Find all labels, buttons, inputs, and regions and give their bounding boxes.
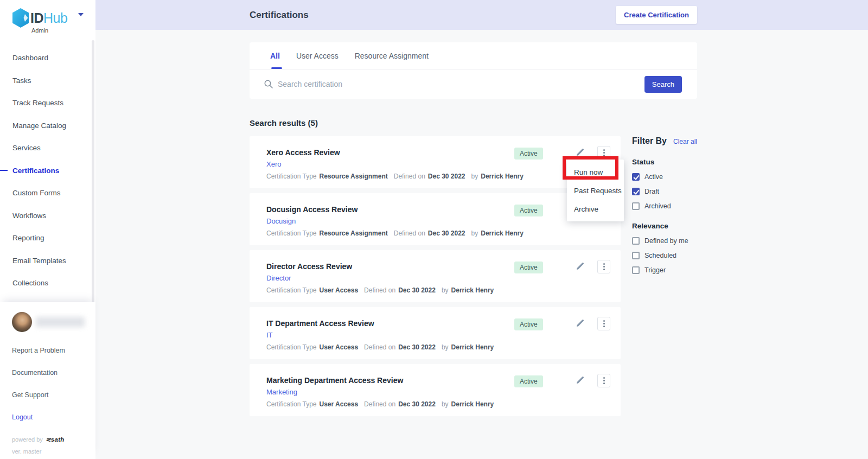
certification-card: Director Access Review Director Certific… — [250, 250, 621, 302]
sidebar-footer-link[interactable]: Get Support — [12, 391, 95, 399]
defined-label: Defined on — [364, 343, 395, 351]
status-badge: Active — [514, 148, 543, 160]
pencil-icon — [575, 375, 585, 385]
by-label: by — [442, 400, 449, 408]
sidebar-item[interactable]: Dashboard — [0, 47, 95, 69]
search-icon — [264, 79, 273, 89]
certification-title: Xero Access Review — [266, 148, 621, 157]
certification-target-link[interactable]: IT — [266, 331, 273, 339]
brand-text: IDHub — [30, 8, 67, 28]
edit-button[interactable] — [574, 375, 586, 387]
kebab-icon — [603, 149, 605, 151]
checkbox[interactable] — [632, 237, 640, 245]
workspace-caret-icon[interactable] — [78, 13, 84, 16]
filter-section-relevance: Relevance — [632, 222, 697, 230]
defined-label: Defined on — [394, 229, 425, 237]
defined-label: Defined on — [364, 400, 395, 408]
filter-option[interactable]: Active — [632, 173, 697, 181]
filter-option-label: Scheduled — [644, 252, 676, 259]
filter-option-label: Trigger — [644, 266, 666, 274]
app-logo: IDHub — [0, 0, 95, 28]
clear-all-link[interactable]: Clear all — [673, 138, 697, 145]
logout-link[interactable]: Logout — [12, 413, 95, 421]
search-button[interactable]: Search — [644, 76, 682, 93]
sidebar-item[interactable]: Services — [0, 137, 95, 160]
filter-option[interactable]: Archived — [632, 202, 697, 210]
checkbox[interactable] — [632, 252, 640, 259]
filter-option[interactable]: Scheduled — [632, 252, 697, 259]
defined-date: Dec 30 2022 — [428, 229, 465, 237]
sidebar-item[interactable]: Reporting — [0, 227, 95, 250]
certification-target-link[interactable]: Marketing — [266, 388, 297, 396]
certification-card: Xero Access Review Xero Certification Ty… — [250, 136, 621, 188]
by-label: by — [471, 173, 478, 180]
more-options-button[interactable] — [597, 374, 610, 387]
tab-label: Resource Assignment — [355, 52, 429, 60]
tab[interactable]: User Access — [296, 42, 339, 69]
sidebar-footer-link[interactable]: Report a Problem — [12, 347, 95, 354]
certification-meta: Certification TypeUser Access Defined on… — [266, 286, 621, 294]
defined-label: Defined on — [364, 286, 395, 294]
checkbox[interactable] — [632, 266, 640, 274]
sidebar-footer-link[interactable]: Documentation — [12, 369, 95, 377]
certification-card: Docusign Access Review Docusign Certific… — [250, 193, 621, 245]
search-input[interactable] — [278, 80, 644, 88]
more-options-button[interactable] — [597, 260, 610, 273]
tab[interactable]: All — [270, 42, 280, 69]
filter-option-label: Archived — [644, 202, 671, 210]
checkbox[interactable] — [632, 202, 640, 210]
defined-date: Dec 30 2022 — [398, 286, 436, 294]
sidebar-item[interactable]: Collections — [0, 272, 95, 295]
sidebar-item-label: Workflows — [12, 212, 46, 220]
status-badge: Active — [514, 262, 543, 273]
filter-title: Filter By — [632, 136, 667, 146]
type-label: Certification Type — [266, 173, 317, 180]
type-label: Certification Type — [266, 286, 317, 294]
kebab-icon — [603, 320, 605, 322]
edit-button[interactable] — [574, 261, 586, 273]
type-value: Resource Assignment — [320, 229, 388, 237]
page-header: Certifications Create Certification — [95, 0, 868, 30]
sidebar-item[interactable]: Workflows — [0, 205, 95, 227]
checkbox[interactable] — [632, 173, 640, 181]
idhub-logo-icon — [11, 8, 30, 28]
sidebar-scrollbar[interactable] — [92, 40, 94, 307]
create-certification-button[interactable]: Create Certification — [616, 6, 697, 24]
filter-option[interactable]: Draft — [632, 188, 697, 195]
type-value: User Access — [320, 400, 359, 408]
sidebar-item[interactable]: Email Templates — [0, 250, 95, 272]
certification-card: Marketing Department Access Review Marke… — [250, 364, 621, 416]
context-menu-item[interactable]: Archive — [567, 200, 624, 218]
tab-label: All — [270, 52, 280, 60]
defined-date: Dec 30 2022 — [398, 400, 436, 408]
filter-option[interactable]: Defined by me — [632, 237, 697, 245]
certification-target-link[interactable]: Director — [266, 274, 291, 282]
author-name: Derrick Henry — [451, 400, 494, 408]
user-avatar[interactable] — [12, 312, 32, 332]
powered-by: powered by ⋜sath — [12, 436, 95, 443]
tab[interactable]: Resource Assignment — [355, 42, 429, 69]
sidebar-item[interactable]: Manage Catalog — [0, 114, 95, 137]
context-menu-item[interactable]: Past Requests — [567, 181, 624, 200]
type-label: Certification Type — [266, 229, 317, 237]
sidebar-item[interactable]: Tasks — [0, 69, 95, 92]
checkbox[interactable] — [632, 188, 640, 195]
sidebar-item[interactable]: Track Requests — [0, 92, 95, 114]
author-name: Derrick Henry — [481, 229, 524, 237]
more-options-button[interactable] — [597, 146, 610, 160]
type-label: Certification Type — [266, 400, 317, 408]
certification-target-link[interactable]: Xero — [266, 160, 281, 168]
filter-option[interactable]: Trigger — [632, 266, 697, 274]
sidebar-item[interactable]: Certifications — [0, 160, 95, 182]
filter-panel: Filter By Clear all Status Active Draft — [632, 136, 697, 274]
edit-button[interactable] — [574, 318, 586, 330]
sidebar-item-label: Certifications — [12, 167, 59, 175]
filter-option-label: Active — [644, 173, 663, 181]
by-label: by — [442, 343, 449, 351]
tabs: All User Access Resource Assignment — [250, 42, 697, 69]
sidebar-item[interactable]: Custom Forms — [0, 182, 95, 205]
certification-target-link[interactable]: Docusign — [266, 217, 296, 225]
context-menu-item[interactable]: Run now — [567, 163, 624, 181]
more-options-button[interactable] — [597, 317, 610, 330]
edit-button[interactable] — [574, 147, 586, 159]
